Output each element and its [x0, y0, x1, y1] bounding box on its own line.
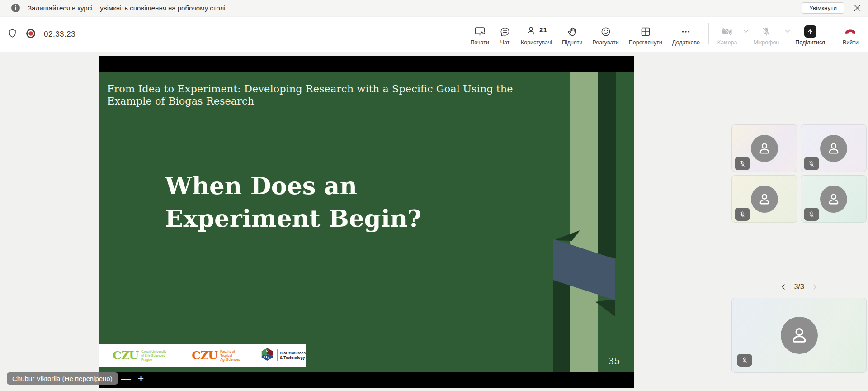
enable-notifications-button[interactable]: Увімкнути	[802, 2, 844, 14]
notification-bar: i Залишайтеся в курсі – увімкніть сповіщ…	[0, 0, 868, 16]
participant-tile-large[interactable]	[731, 298, 867, 373]
mic-off-badge	[735, 157, 750, 170]
participants-grid	[731, 124, 867, 223]
mic-off-badge	[804, 157, 819, 170]
slide-page-number: 35	[608, 356, 620, 367]
avatar	[781, 317, 818, 354]
page-previous-chevron-icon[interactable]	[780, 284, 787, 290]
person-icon	[526, 25, 538, 38]
mic-off-badge	[804, 208, 819, 221]
camera-button[interactable]: Камера	[712, 25, 742, 46]
share-up-arrow-icon	[804, 25, 816, 38]
chat-icon	[499, 25, 511, 38]
react-button[interactable]: Реагувати	[587, 25, 623, 46]
czu-university-logo: CZU Czech University of Life Sciences Pr…	[113, 349, 170, 362]
zoom-in-button[interactable]: +	[138, 372, 144, 385]
avatar	[820, 135, 847, 162]
recording-icon	[25, 28, 37, 41]
chat-button[interactable]: Чат	[494, 25, 516, 46]
shared-screen: From Idea to Experiment: Developing Rese…	[99, 56, 634, 388]
bioresources-logo: BioResources & Technology	[260, 347, 306, 363]
faculty-tropical-logo: CZU Faculty of Tropical AgriSciences	[192, 349, 242, 362]
notification-text: Залишайтеся в курсі – увімкніть сповіщен…	[28, 4, 227, 12]
avatar	[751, 186, 778, 213]
leave-button[interactable]: Вийти	[838, 25, 863, 46]
hexagon-logo-icon	[260, 347, 274, 363]
more-ellipsis-icon	[680, 25, 692, 38]
participant-tile[interactable]	[801, 124, 867, 172]
meeting-window: i Залишайтеся в курсі – увімкніть сповіщ…	[0, 0, 868, 391]
slide-title: When Does an Experiment Begin?	[165, 169, 421, 234]
participants-pagination: 3/3	[731, 281, 867, 293]
hang-up-icon	[844, 25, 857, 38]
microphone-chevron-down-icon[interactable]	[785, 27, 790, 35]
mic-off-badge	[735, 208, 750, 221]
participants-count-badge: 21	[539, 26, 547, 33]
close-icon[interactable]	[854, 5, 861, 11]
more-button[interactable]: Додатково	[667, 25, 705, 46]
meeting-timer: 02:33:23	[44, 30, 75, 39]
microphone-button[interactable]: Мікрофон	[749, 25, 784, 46]
grid-view-icon	[640, 25, 651, 38]
participant-tile[interactable]	[801, 175, 867, 223]
participants-button[interactable]: 21 Користувачі	[516, 25, 557, 46]
slide-header: From Idea to Experiment: Developing Rese…	[107, 83, 513, 107]
presenter-name-label: Chubur Viktoriia (Не перевірено)	[7, 372, 118, 385]
toolbar-separator	[708, 23, 709, 44]
info-icon: i	[11, 4, 20, 12]
participant-tile[interactable]	[731, 175, 797, 223]
meeting-toolbar: 02:33:23 Почати Чат 21	[0, 17, 868, 52]
avatar	[751, 135, 778, 162]
camera-chevron-down-icon[interactable]	[743, 27, 749, 35]
pagination-label: 3/3	[794, 283, 804, 291]
raised-hand-icon	[566, 25, 578, 38]
start-share-button[interactable]: Почати	[465, 25, 494, 46]
shield-icon	[7, 28, 18, 40]
slide-logo-strip: CZU Czech University of Life Sciences Pr…	[99, 344, 306, 367]
raise-hand-button[interactable]: Підняти	[557, 25, 587, 46]
toolbar-separator	[834, 23, 834, 44]
camera-off-icon	[721, 25, 734, 38]
presentation-slide: From Idea to Experiment: Developing Rese…	[99, 72, 634, 372]
avatar	[820, 186, 847, 213]
zoom-out-button[interactable]: —	[121, 372, 131, 385]
view-button[interactable]: Переглянути	[624, 25, 667, 46]
participant-tile[interactable]	[731, 124, 797, 172]
smiley-icon	[600, 25, 612, 38]
page-next-chevron-icon[interactable]	[811, 284, 818, 290]
mic-off-badge	[737, 354, 752, 367]
screen-share-icon	[474, 25, 486, 38]
mic-off-icon	[760, 25, 772, 38]
share-button[interactable]: Поділитися	[790, 25, 830, 46]
